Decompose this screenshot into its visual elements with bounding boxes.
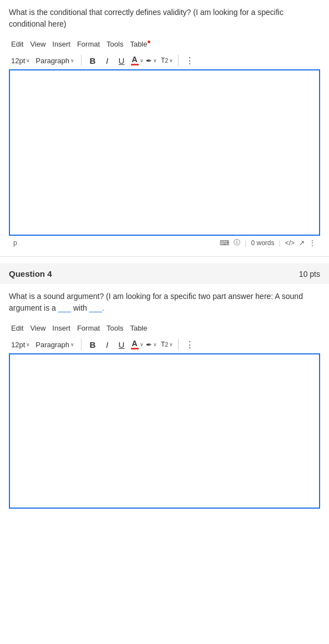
paragraph-chevron: ∨ <box>70 58 74 63</box>
font-color-button[interactable]: A ∨ <box>130 54 144 67</box>
italic-button2[interactable]: I <box>100 338 114 351</box>
font-color-label2: A <box>131 339 137 347</box>
font-size-chevron2: ∨ <box>26 342 30 347</box>
menu2-edit[interactable]: Edit <box>9 323 26 333</box>
superscript-group: T2 ∨ <box>160 54 174 67</box>
question4-pts: 10 pts <box>299 270 320 278</box>
font-size-select[interactable]: 12pt ∨ <box>9 55 32 66</box>
format-group: B I U <box>86 54 128 67</box>
menu2-tools[interactable]: Tools <box>104 323 125 333</box>
expand-button[interactable]: ↗ <box>299 239 305 247</box>
question4-title: Question 4 <box>9 269 52 278</box>
paragraph-select2[interactable]: Paragraph ∨ <box>33 339 77 350</box>
highlight-chevron: ∨ <box>153 58 157 63</box>
font-color-button2[interactable]: A ∨ <box>130 338 144 351</box>
font-size-chevron: ∨ <box>26 58 30 63</box>
toolbar-divider1 <box>81 55 82 66</box>
font-size-group2: 12pt ∨ Paragraph ∨ <box>9 339 77 350</box>
question4-blank2: ___. <box>89 303 104 312</box>
paragraph-value2: Paragraph <box>36 341 69 349</box>
font-color-chevron: ∨ <box>140 58 144 63</box>
toolbar-divider4 <box>178 339 179 350</box>
question4-header: Question 4 10 pts <box>0 263 329 284</box>
menu2-table[interactable]: Table <box>128 323 149 333</box>
superscript-button2[interactable]: T2 ∨ <box>160 338 174 351</box>
font-color-bar <box>131 64 139 65</box>
more-button2[interactable]: ⋮ <box>183 338 196 351</box>
superscript-group2: T2 ∨ <box>160 338 174 351</box>
divider-code: | <box>279 239 281 247</box>
underline-button2[interactable]: U <box>115 338 128 351</box>
font-color-bar2 <box>131 348 139 349</box>
paragraph-select[interactable]: Paragraph ∨ <box>33 55 77 66</box>
menu2-format[interactable]: Format <box>75 323 102 333</box>
underline-button[interactable]: U <box>115 54 128 67</box>
paragraph-value: Paragraph <box>36 57 69 65</box>
menu-edit[interactable]: Edit <box>9 39 26 49</box>
highlight-button[interactable]: ✒ ∨ <box>145 54 158 67</box>
highlight-icon2: ✒ <box>146 341 152 349</box>
question3-block: What is the conditional that correctly d… <box>0 0 329 250</box>
question3-text-content: What is the conditional that correctly d… <box>9 8 284 28</box>
code-view-button[interactable]: </> <box>285 239 295 247</box>
question4-text: What is a sound argument? (I am looking … <box>9 291 320 314</box>
divider-words: | <box>245 239 246 247</box>
info-icon[interactable]: ⓘ <box>234 238 240 247</box>
menu2-view[interactable]: View <box>28 323 48 333</box>
font-color-inner2: A <box>131 339 139 349</box>
highlight-button2[interactable]: ✒ ∨ <box>145 338 158 351</box>
question4-block: What is a sound argument? (I am looking … <box>0 284 329 509</box>
menu-format[interactable]: Format <box>75 39 102 49</box>
color-group: A ∨ ✒ ∨ <box>130 54 158 67</box>
superscript-label: 2 <box>165 58 168 64</box>
superscript-label2: 2 <box>165 342 168 348</box>
font-color-label: A <box>131 55 137 63</box>
menu2-insert[interactable]: Insert <box>50 323 73 333</box>
font-size-value2: 12pt <box>11 341 25 349</box>
toolbar-divider2 <box>178 55 179 66</box>
editor2-textarea[interactable] <box>9 353 320 509</box>
section-divider <box>0 256 329 257</box>
font-size-group: 12pt ∨ Paragraph ∨ <box>9 55 77 66</box>
editor1-container: Edit View Insert Format Tools Table 12pt… <box>9 37 320 250</box>
superscript-button[interactable]: T2 ∨ <box>160 54 174 67</box>
paragraph-chevron2: ∨ <box>70 342 74 347</box>
question4-blank1: ___ <box>58 303 71 312</box>
question3-text: What is the conditional that correctly d… <box>9 7 320 30</box>
color-group2: A ∨ ✒ ∨ <box>130 338 158 351</box>
format-group2: B I U <box>86 338 128 351</box>
toolbar-divider3 <box>81 339 82 350</box>
editor1-statusbar: p ⌨ ⓘ | 0 words | </> ↗ ⋮ <box>9 236 320 250</box>
bold-button2[interactable]: B <box>86 338 99 351</box>
font-size-value: 12pt <box>11 57 25 65</box>
editor1-toolbar: 12pt ∨ Paragraph ∨ B I U A <box>9 52 320 69</box>
question4-text-part2: with <box>73 303 87 312</box>
highlight-icon: ✒ <box>146 57 152 65</box>
font-size-select2[interactable]: 12pt ∨ <box>9 339 32 350</box>
menu-insert[interactable]: Insert <box>50 39 73 49</box>
keyboard-icon[interactable]: ⌨ <box>220 239 229 247</box>
paragraph-indicator: p <box>13 239 17 247</box>
menu-table[interactable]: Table <box>128 39 153 49</box>
more-button[interactable]: ⋮ <box>183 54 196 67</box>
menu-view[interactable]: View <box>28 39 48 49</box>
editor2-menubar: Edit View Insert Format Tools Table <box>9 321 320 336</box>
bold-button[interactable]: B <box>86 54 99 67</box>
editor1-menubar: Edit View Insert Format Tools Table <box>9 37 320 52</box>
font-color-inner: A <box>131 55 139 65</box>
font-color-chevron2: ∨ <box>140 342 144 347</box>
superscript-chevron: ∨ <box>169 58 173 63</box>
highlight-chevron2: ∨ <box>153 342 157 347</box>
editor1-textarea[interactable] <box>9 69 320 236</box>
statusbar-more-button[interactable]: ⋮ <box>309 239 316 247</box>
superscript-chevron2: ∨ <box>169 342 173 347</box>
question4-text-part1: What is a sound argument? (I am looking … <box>9 292 303 312</box>
word-count: 0 words <box>251 239 274 247</box>
editor2-toolbar: 12pt ∨ Paragraph ∨ B I U A <box>9 336 320 353</box>
editor2-container: Edit View Insert Format Tools Table 12pt… <box>9 321 320 509</box>
italic-button[interactable]: I <box>100 54 114 67</box>
menu-tools[interactable]: Tools <box>104 39 125 49</box>
